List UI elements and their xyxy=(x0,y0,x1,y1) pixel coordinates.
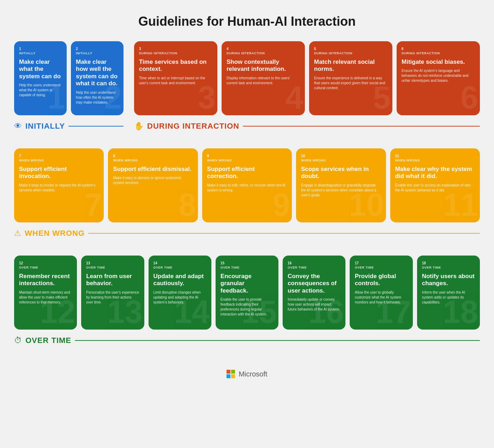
card-5: 55DURING INTERACTIONMatch relevant socia… xyxy=(309,41,392,115)
card-number-12: 12 xyxy=(19,261,72,265)
card-number-18: 18 xyxy=(422,261,475,265)
card-category-8: WHEN WRONG xyxy=(113,159,193,162)
card-category-16: OVER TIME xyxy=(288,266,341,269)
over-time-line xyxy=(75,340,480,341)
card-number-6: 6 xyxy=(402,47,475,51)
microsoft-logo xyxy=(227,370,235,378)
card-title-1: Make clear what the system can do xyxy=(19,59,62,80)
card-number-1: 1 xyxy=(19,47,62,51)
card-12: 1212OVER TIMERemember recent interaction… xyxy=(14,256,77,330)
card-category-15: OVER TIME xyxy=(221,266,273,269)
card-7: 77WHEN WRONGSupport efficient invocation… xyxy=(14,148,104,222)
when-wrong-section: 77WHEN WRONGSupport efficient invocation… xyxy=(14,148,480,248)
when-wrong-label: WHEN WRONG xyxy=(25,229,85,238)
over-time-cards-row: 1212OVER TIMERemember recent interaction… xyxy=(14,256,480,330)
card-desc-8: Make it easy to dismiss or ignore undesi… xyxy=(113,176,193,185)
card-number-11: 11 xyxy=(395,154,475,158)
card-category-6: DURING INTERACTION xyxy=(402,51,475,55)
card-category-11: WHEN WRONG xyxy=(395,159,475,162)
ms-logo-red xyxy=(227,370,230,374)
card-number-14: 14 xyxy=(153,261,206,265)
card-title-18: Notify users about changes. xyxy=(422,273,475,287)
ms-logo-green xyxy=(231,370,235,374)
initially-section: 11INITIALLYMake clear what the system ca… xyxy=(14,41,124,141)
card-title-16: Convey the consequences of user actions. xyxy=(288,273,341,294)
over-time-label-row: ⏱ OVER TIME xyxy=(14,336,480,345)
card-category-3: DURING INTERACTION xyxy=(139,51,212,55)
ms-logo-yellow xyxy=(231,374,235,378)
card-title-3: Time services based on context. xyxy=(139,59,212,73)
card-15: 1515OVER TIMEEncourage granular feedback… xyxy=(216,256,278,330)
card-13: 1313OVER TIMELearn from user behavior.Pe… xyxy=(81,256,144,330)
top-sections: 11INITIALLYMake clear what the system ca… xyxy=(14,41,480,148)
card-title-5: Match relevant social norms. xyxy=(314,59,387,73)
card-9: 99WHEN WRONGSupport efficient correction… xyxy=(202,148,292,222)
initially-line xyxy=(68,126,124,127)
when-wrong-cards-row: 77WHEN WRONGSupport efficient invocation… xyxy=(14,148,480,222)
initially-cards-row: 11INITIALLYMake clear what the system ca… xyxy=(14,41,124,115)
card-16: 1616OVER TIMEConvey the consequences of … xyxy=(283,256,345,330)
card-title-12: Remember recent interactions. xyxy=(19,273,72,287)
card-18: 1818OVER TIMENotify users about changes.… xyxy=(417,256,480,330)
card-2: 22INITIALLYMake clear how well the syste… xyxy=(71,41,124,115)
card-3: 33DURING INTERACTIONTime services based … xyxy=(134,41,217,115)
card-number-8: 8 xyxy=(113,154,193,158)
card-category-17: OVER TIME xyxy=(355,266,408,269)
initially-label: INITIALLY xyxy=(25,122,65,131)
card-category-2: INITIALLY xyxy=(76,51,119,55)
card-title-15: Encourage granular feedback. xyxy=(221,273,273,294)
card-4: 44DURING INTERACTIONShow contextually re… xyxy=(222,41,305,115)
card-17: 1717OVER TIMEProvide global controls.All… xyxy=(350,256,412,330)
initially-icon: 👁 xyxy=(14,122,22,131)
card-number-2: 2 xyxy=(76,47,119,51)
over-time-icon: ⏱ xyxy=(14,336,22,345)
during-label-row: ✋ DURING INTERACTION xyxy=(134,122,480,131)
card-number-3: 3 xyxy=(139,47,212,51)
card-category-7: WHEN WRONG xyxy=(19,159,99,162)
card-title-8: Support efficient dismissal. xyxy=(113,166,193,173)
card-title-7: Support efficient invocation. xyxy=(19,166,99,180)
over-time-section: 1212OVER TIMERemember recent interaction… xyxy=(14,256,480,356)
during-cards-row: 33DURING INTERACTIONTime services based … xyxy=(134,41,480,115)
card-10: 1010WHEN WRONGScope services when in dou… xyxy=(296,148,386,222)
card-category-13: OVER TIME xyxy=(86,266,139,269)
card-title-4: Show contextually relevant information. xyxy=(227,59,300,73)
card-14: 1414OVER TIMEUpdate and adapt cautiously… xyxy=(149,256,211,330)
card-title-14: Update and adapt cautiously. xyxy=(153,273,206,287)
card-category-18: OVER TIME xyxy=(422,266,475,269)
when-wrong-icon: ⚠ xyxy=(14,229,21,238)
card-number-17: 17 xyxy=(355,261,408,265)
card-8: 88WHEN WRONGSupport efficient dismissal.… xyxy=(108,148,198,222)
when-wrong-line xyxy=(88,233,480,234)
card-category-9: WHEN WRONG xyxy=(207,159,287,162)
during-section: 33DURING INTERACTIONTime services based … xyxy=(134,41,480,141)
card-category-12: OVER TIME xyxy=(19,266,72,269)
card-number-5: 5 xyxy=(314,47,387,51)
microsoft-footer: Microsoft xyxy=(227,370,267,378)
card-6: 66DURING INTERACTIONMitigate social bias… xyxy=(397,41,480,115)
card-category-4: DURING INTERACTION xyxy=(227,51,300,55)
card-title-17: Provide global controls. xyxy=(355,273,408,287)
card-title-11: Make clear why the system did what it di… xyxy=(395,166,475,180)
initially-label-row: 👁 INITIALLY xyxy=(14,122,124,131)
page-title: Guidelines for Human-AI Interaction xyxy=(138,14,356,29)
card-title-13: Learn from user behavior. xyxy=(86,273,139,287)
during-icon: ✋ xyxy=(134,122,144,131)
card-number-10: 10 xyxy=(301,154,381,158)
card-category-5: DURING INTERACTION xyxy=(314,51,387,55)
card-number-13: 13 xyxy=(86,261,139,265)
card-number-7: 7 xyxy=(19,154,99,158)
card-title-6: Mitigate social biases. xyxy=(402,59,475,66)
card-number-9: 9 xyxy=(207,154,287,158)
card-category-1: INITIALLY xyxy=(19,51,62,55)
card-number-15: 15 xyxy=(221,261,273,265)
card-1: 11INITIALLYMake clear what the system ca… xyxy=(14,41,67,115)
card-number-16: 16 xyxy=(288,261,341,265)
card-11: 1111WHEN WRONGMake clear why the system … xyxy=(390,148,480,222)
during-label: DURING INTERACTION xyxy=(147,122,239,131)
card-title-9: Support efficient correction. xyxy=(207,166,287,180)
during-line xyxy=(243,126,480,127)
card-category-14: OVER TIME xyxy=(153,266,206,269)
card-category-10: WHEN WRONG xyxy=(301,159,381,162)
ms-logo-blue xyxy=(227,374,230,378)
